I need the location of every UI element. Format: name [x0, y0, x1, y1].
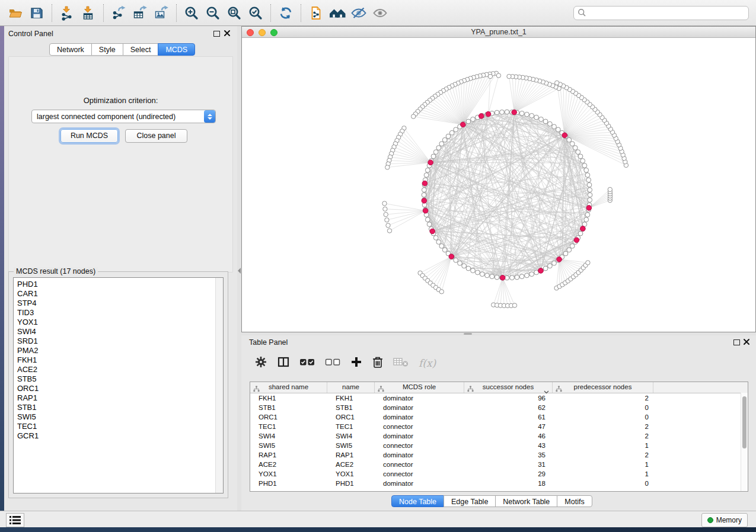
- column-header-shared-name[interactable]: shared name: [250, 382, 327, 393]
- minimize-window-icon[interactable]: [259, 29, 266, 36]
- splitter-collapse-icon[interactable]: [238, 268, 241, 274]
- table-panel-title: Table Panel: [249, 338, 288, 347]
- tab-style[interactable]: Style: [91, 43, 123, 56]
- export-network-icon[interactable]: [108, 4, 129, 23]
- deselect-all-columns-icon[interactable]: [325, 357, 341, 369]
- column-header-mcds-role[interactable]: MCDS role: [375, 382, 464, 393]
- tab-network[interactable]: Network: [49, 43, 92, 56]
- open-session-icon[interactable]: [5, 4, 26, 23]
- maximize-window-icon[interactable]: [270, 29, 277, 36]
- table-scrollbar-track[interactable]: [741, 393, 748, 491]
- table-cell: SWI5: [327, 441, 375, 450]
- mcds-result-item[interactable]: PHD1: [14, 280, 215, 289]
- sort-descending-icon: [544, 386, 549, 396]
- select-all-columns-icon[interactable]: [299, 357, 315, 369]
- task-list-icon: [9, 515, 21, 525]
- tab-edge-table[interactable]: Edge Table: [444, 495, 496, 507]
- mcds-result-item[interactable]: GCR1: [14, 431, 215, 441]
- mcds-result-item[interactable]: SWI4: [14, 327, 215, 336]
- mcds-result-item[interactable]: STP4: [14, 299, 215, 308]
- tab-select[interactable]: Select: [123, 43, 159, 56]
- table-row[interactable]: YOX1YOX1connector291: [250, 469, 748, 479]
- mcds-result-item[interactable]: FKH1: [14, 355, 215, 365]
- table-cell: connector: [375, 441, 464, 450]
- column-header-name[interactable]: name: [327, 382, 375, 393]
- mcds-list-scrollbar[interactable]: [215, 278, 223, 493]
- table-row[interactable]: SWI4SWI4dominator462: [250, 431, 748, 441]
- close-panel-button[interactable]: Close panel: [125, 129, 187, 143]
- optimization-select[interactable]: largest connected component (undirected): [31, 110, 216, 123]
- table-cell: SWI4: [327, 431, 375, 441]
- memory-button[interactable]: Memory: [701, 513, 748, 527]
- mcds-result-item[interactable]: STB5: [14, 374, 215, 384]
- column-header-predecessor-nodes[interactable]: predecessor nodes: [553, 382, 653, 393]
- task-history-button[interactable]: [6, 513, 24, 527]
- apply-layout-icon[interactable]: [275, 4, 296, 23]
- show-all-eye-icon[interactable]: [369, 4, 391, 23]
- tab-node-table[interactable]: Node Table: [391, 495, 444, 507]
- zoom-in-icon[interactable]: [181, 4, 202, 23]
- save-session-icon[interactable]: [26, 4, 47, 23]
- table-cell: ORC1: [327, 412, 375, 422]
- mcds-result-item[interactable]: TEC1: [14, 422, 215, 431]
- mcds-result-item[interactable]: YOX1: [14, 318, 215, 327]
- table-row[interactable]: FKH1FKH1dominator962: [250, 393, 748, 403]
- mcds-result-list[interactable]: PHD1CAR1STP4TID3YOX1SWI4SRD1PMA2FKH1ACE2…: [13, 277, 224, 493]
- mcds-result-item[interactable]: RAP1: [14, 393, 215, 403]
- network-window-titlebar[interactable]: YPA_prune.txt_1: [242, 27, 755, 38]
- table-settings-gear-icon[interactable]: [254, 355, 267, 371]
- float-panel-icon[interactable]: [213, 31, 220, 37]
- tab-network-table[interactable]: Network Table: [495, 495, 557, 507]
- mcds-result-item[interactable]: PMA2: [14, 346, 215, 355]
- table-row[interactable]: PHD1PHD1dominator180: [250, 479, 748, 488]
- show-column-panel-icon[interactable]: [277, 355, 290, 371]
- mcds-result-item[interactable]: CAR1: [14, 289, 215, 299]
- export-table-icon[interactable]: [129, 4, 151, 23]
- delete-column-trash-icon[interactable]: [372, 355, 384, 371]
- table-row[interactable]: ORC1ORC1dominator610: [250, 412, 748, 422]
- node-table: shared name name MCDS role successor nod…: [250, 382, 748, 492]
- search-input[interactable]: [586, 8, 748, 18]
- import-network-icon[interactable]: [56, 4, 78, 23]
- run-mcds-button[interactable]: Run MCDS: [60, 129, 118, 143]
- table-row[interactable]: SWI5SWI5connector431: [250, 441, 748, 450]
- table-scrollbar-thumb[interactable]: [742, 396, 747, 448]
- zoom-out-icon[interactable]: [202, 4, 224, 23]
- float-table-panel-icon[interactable]: [733, 339, 740, 345]
- mcds-result-item[interactable]: TID3: [14, 308, 215, 318]
- create-column-plus-icon[interactable]: [350, 356, 362, 370]
- close-window-icon[interactable]: [247, 29, 254, 36]
- hide-selected-eye-icon[interactable]: [348, 4, 369, 23]
- mcds-result-item[interactable]: ACE2: [14, 365, 215, 374]
- toolbar-separator: [103, 4, 104, 22]
- zoom-selected-icon[interactable]: [245, 4, 266, 23]
- table-row[interactable]: ACE2ACE2connector311: [250, 460, 748, 469]
- new-network-from-selection-icon[interactable]: [305, 4, 327, 23]
- mcds-result-item[interactable]: SRD1: [14, 336, 215, 346]
- toolbar-separator: [301, 4, 301, 22]
- search-box[interactable]: [573, 6, 749, 20]
- tab-motifs[interactable]: Motifs: [557, 495, 592, 507]
- network-canvas-svg[interactable]: [242, 38, 755, 332]
- table-cell: dominator: [375, 479, 464, 488]
- import-table-icon[interactable]: [78, 4, 99, 23]
- optimization-select-value: largest connected component (undirected): [32, 113, 204, 121]
- search-icon: [578, 8, 586, 17]
- table-row[interactable]: RAP1RAP1dominator352: [250, 450, 748, 460]
- close-panel-icon[interactable]: [224, 30, 231, 37]
- export-image-icon[interactable]: [151, 4, 172, 23]
- column-header-successor-nodes[interactable]: successor nodes: [464, 382, 553, 393]
- mcds-result-item[interactable]: STB1: [14, 403, 215, 412]
- table-row[interactable]: TEC1TEC1connector472: [250, 422, 748, 431]
- mcds-result-item[interactable]: ORC1: [14, 384, 215, 393]
- close-table-panel-icon[interactable]: [743, 338, 750, 345]
- tab-mcds[interactable]: MCDS: [158, 43, 195, 56]
- splitter-grip[interactable]: [464, 333, 472, 335]
- zoom-fit-icon[interactable]: [224, 4, 245, 23]
- mcds-result-item[interactable]: SWI5: [14, 412, 215, 422]
- table-cell: ORC1: [250, 412, 327, 422]
- vertical-splitter[interactable]: [237, 26, 241, 511]
- table-row[interactable]: STB1STB1dominator620: [250, 403, 748, 412]
- first-neighbors-icon[interactable]: [327, 4, 348, 23]
- table-cell: 43: [464, 441, 553, 450]
